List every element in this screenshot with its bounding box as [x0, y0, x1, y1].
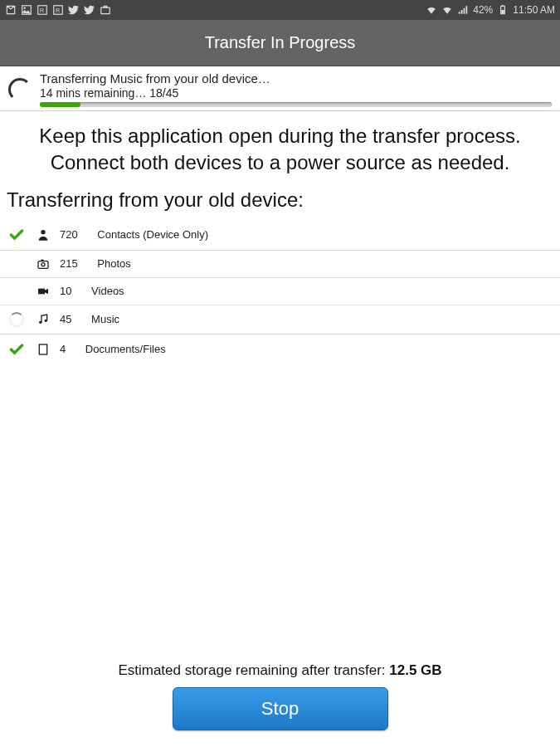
mail-icon: [5, 4, 17, 16]
twitter-icon: [68, 4, 80, 16]
item-label: Documents/Files: [85, 343, 166, 355]
image-icon: [21, 4, 32, 16]
item-videos: 10 Videos: [0, 278, 560, 305]
transfer-items-list: 720 Contacts (Device Only) 215 Photos 10…: [0, 220, 560, 364]
svg-rect-6: [101, 7, 110, 14]
twitter-icon-2: [84, 4, 95, 16]
app-r-icon-2: R: [52, 4, 64, 16]
item-documents: 4 Documents/Files: [0, 334, 560, 364]
document-icon: [35, 343, 51, 356]
item-contacts: 720 Contacts (Device Only): [0, 220, 560, 251]
item-label: Contacts (Device Only): [97, 228, 208, 241]
progress-bar: [40, 102, 552, 107]
item-count: 720: [60, 228, 78, 241]
music-icon: [35, 313, 51, 326]
checkmark-icon: [7, 227, 27, 243]
page-title: Transfer In Progress: [205, 33, 356, 52]
svg-rect-18: [39, 344, 46, 354]
titlebar: Transfer In Progress: [0, 20, 560, 66]
stop-button[interactable]: Stop: [173, 687, 388, 730]
item-label: Music: [91, 313, 119, 325]
svg-rect-7: [104, 6, 107, 7]
battery-icon: [497, 4, 509, 16]
svg-point-11: [41, 230, 45, 234]
svg-text:R: R: [56, 7, 60, 13]
progress-line2: 14 mins remaining… 18/45: [40, 86, 552, 100]
item-count: 215: [60, 257, 78, 270]
progress-section: Transferring Music from your old device……: [0, 66, 560, 107]
svg-rect-9: [502, 5, 504, 6]
item-count: 45: [60, 313, 71, 325]
section-title: Transferring from your old device:: [0, 183, 560, 220]
clock-text: 11:50 AM: [513, 4, 555, 16]
video-icon: [35, 285, 51, 298]
svg-point-1: [24, 7, 26, 9]
storage-prefix: Estimated storage remaining after transf…: [118, 662, 385, 678]
wifi-icon-2: [441, 4, 453, 16]
svg-text:R: R: [40, 7, 44, 13]
svg-rect-12: [38, 261, 48, 268]
item-label: Videos: [91, 285, 124, 297]
footer: Estimated storage remaining after transf…: [0, 654, 560, 747]
svg-rect-14: [41, 259, 43, 261]
item-music: 45 Music: [0, 305, 560, 334]
battery-text: 42%: [473, 4, 493, 16]
storage-value: 12.5 GB: [389, 662, 441, 678]
item-label: Photos: [97, 257, 130, 270]
svg-rect-10: [502, 10, 505, 13]
person-icon: [35, 228, 51, 242]
instructions-text: Keep this application open during the tr…: [0, 111, 560, 183]
svg-rect-15: [38, 288, 45, 294]
svg-point-13: [41, 262, 45, 266]
spinner-small-icon: [7, 312, 27, 327]
svg-point-16: [39, 320, 41, 323]
camera-icon: [35, 257, 51, 271]
spinner-icon: [8, 78, 32, 101]
item-photos: 215 Photos: [0, 251, 560, 278]
checkmark-icon: [7, 341, 27, 358]
briefcase-icon: [100, 4, 111, 16]
progress-line1: Transferring Music from your old device…: [40, 71, 552, 85]
item-count: 4: [60, 343, 66, 355]
svg-point-17: [45, 319, 47, 321]
android-statusbar: R R 42% 11:50 AM: [0, 0, 560, 20]
app-r-icon: R: [37, 4, 48, 16]
wifi-icon: [426, 4, 437, 16]
storage-remaining: Estimated storage remaining after transf…: [0, 662, 560, 679]
item-count: 10: [60, 285, 71, 297]
signal-icon: [457, 4, 469, 16]
